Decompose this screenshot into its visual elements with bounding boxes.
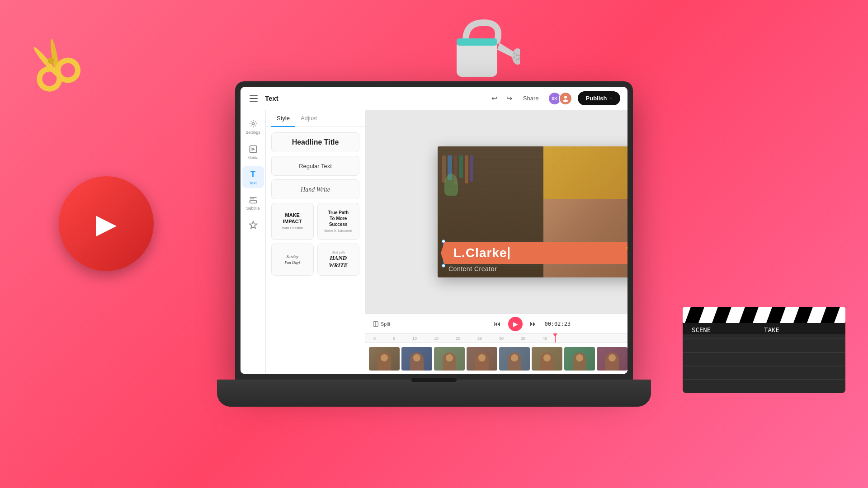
ruler-marks: 0 5 10 15 20 25 30 35 40 [369,336,547,341]
split-control[interactable]: Split [373,321,390,327]
subtitle-container: Content Creator [447,265,497,273]
scissors-decoration [23,23,99,99]
timeline-thumb-8[interactable] [597,347,627,371]
laptop: Text ↩ ↪ Share SK Publish [235,81,633,407]
youtube-play-icon: ▶ [96,208,117,239]
media-label: Media [247,155,259,160]
sidebar-item-text[interactable]: T Text [242,166,264,188]
panel-title: Text [265,94,278,102]
timeline-area: 0 5 10 15 20 25 30 35 40 [365,333,627,374]
laptop-base [217,380,651,407]
text-style-impact[interactable]: MAKE IMPACTWith Passion [271,203,314,240]
transport-center: ⏮ ▶ ⏭ 00:02:23 [492,317,571,331]
video-preview: L.Clarke Content Creator [365,110,627,314]
top-bar: Text ↩ ↪ Share SK Publish [241,87,627,110]
top-bar-right: ↩ ↪ Share SK Publish ↑ [490,91,620,105]
text-styles-row-2: SundayFun Day! Best path HAND WRITE [271,244,359,276]
timeline-thumb-4[interactable] [467,347,497,371]
text-style-regular[interactable]: Regular Text [271,156,359,176]
timeline-thumb-6[interactable] [532,347,562,371]
laptop-body: Text ↩ ↪ Share SK Publish [235,81,633,380]
sidebar-icons: Settings Media T Text [241,110,266,374]
text-style-sunday[interactable]: SundayFun Day! [271,244,314,276]
text-style-handwrite2[interactable]: Best path HAND WRITE [317,244,360,276]
skip-forward-button[interactable]: ⏭ [528,318,539,330]
avatar-group: SK [548,92,572,105]
ruler-mark-5: 5 [393,336,395,341]
svg-rect-7 [457,38,497,46]
svg-point-10 [514,56,515,58]
undo-button[interactable]: ↩ [490,92,499,104]
publish-icon: ↑ [610,96,613,101]
app-container: Text ↩ ↪ Share SK Publish [241,87,627,374]
menu-button[interactable] [248,94,259,103]
svg-rect-18 [674,307,679,323]
subtitle-icon [248,194,259,205]
timeline-thumb-2[interactable] [401,347,432,371]
play-button[interactable]: ▶ [508,317,523,331]
share-button[interactable]: Share [519,93,542,103]
svg-rect-5 [457,41,497,77]
sidebar-item-fx[interactable] [242,217,264,234]
sidebar-item-settings[interactable]: Settings [242,116,264,137]
ruler-mark-40: 40 [542,336,547,341]
timeline-thumb-7[interactable] [564,347,595,371]
main-content: Settings Media T Text [241,110,627,374]
redo-button[interactable]: ↪ [505,92,514,104]
text-style-headline[interactable]: Headline Title [271,132,359,152]
subtitle-text: Content Creator [447,265,497,272]
laptop-screen: Text ↩ ↪ Share SK Publish [241,87,627,374]
timeline-thumb-1[interactable] [369,347,400,371]
text-style-handwrite[interactable]: Hand Write [271,179,359,199]
svg-point-12 [518,55,520,56]
svg-marker-38 [249,221,257,229]
ruler-mark-0: 0 [373,336,376,341]
settings-icon [248,118,259,129]
sidebar-item-subtitle[interactable]: Subtitle [242,192,264,213]
svg-point-8 [514,52,515,54]
playhead-triangle [553,333,557,337]
svg-text:TAKE: TAKE [764,326,779,333]
ruler-mark-15: 15 [434,336,439,341]
text-panel: Style Adjust Headline Title Regular Text [266,110,365,374]
text-overlay: L.Clarke [444,242,627,265]
svg-rect-35 [250,201,256,203]
sidebar-item-media[interactable]: Media [242,141,264,163]
skip-back-button[interactable]: ⏮ [492,318,503,330]
clapper-board-decoration: SCENE TAKE [674,298,854,398]
svg-rect-16 [683,307,845,323]
publish-label: Publish [586,95,607,102]
preview-area: L.Clarke Content Creator [365,110,627,374]
top-bar-left: Text [248,94,278,103]
svg-point-33 [252,123,254,125]
text-cursor [508,247,509,259]
publish-button[interactable]: Publish ↑ [578,91,620,105]
ruler-mark-25: 25 [477,336,482,341]
tab-style[interactable]: Style [271,110,295,127]
settings-label: Settings [245,130,260,135]
text-icon: T [248,169,259,180]
transport-left: Split [373,321,390,327]
youtube-decoration: ▶ [59,176,154,271]
ruler-mark-20: 20 [456,336,460,341]
text-styles-row-1: MAKE IMPACTWith Passion True PathTo More… [271,203,359,240]
svg-point-32 [563,99,568,102]
video-canvas: L.Clarke Content Creator [438,146,627,277]
timeline-thumb-3[interactable] [434,347,465,371]
timeline-thumb-5[interactable] [499,347,530,371]
media-icon [248,144,259,155]
transport-bar: Split ⏮ ▶ ⏭ 00:02:23 🔊 — [365,314,627,333]
svg-point-9 [516,54,518,56]
timeline-ruler: 0 5 10 15 20 25 30 35 40 [365,334,627,343]
svg-text:SCENE: SCENE [692,326,711,333]
tab-adjust[interactable]: Adjust [295,110,322,127]
svg-point-11 [516,59,518,61]
playhead [555,334,556,343]
name-text: L.Clarke [453,246,507,260]
ruler-mark-35: 35 [521,336,525,341]
ruler-mark-10: 10 [412,336,417,341]
svg-point-31 [564,96,567,99]
avatar-user [559,92,572,105]
text-style-truepath[interactable]: True PathTo More SuccessMake it Succeed [317,203,360,240]
text-label: Text [249,181,257,185]
